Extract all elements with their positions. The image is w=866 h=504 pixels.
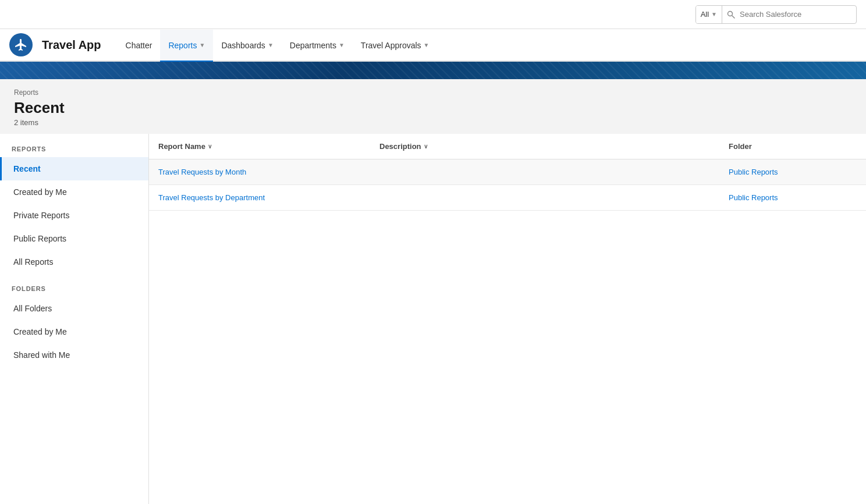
- nav-bar: Travel App Chatter Reports ▼ Dashboards …: [0, 29, 866, 62]
- report-name-link-0[interactable]: Travel Requests by Month: [158, 168, 246, 176]
- sidebar-item-all-folders[interactable]: All Folders: [0, 297, 148, 320]
- travel-approvals-chevron-icon: ▼: [424, 42, 430, 48]
- nav-item-travel-approvals[interactable]: Travel Approvals ▼: [353, 30, 438, 62]
- report-name-link-1[interactable]: Travel Requests by Department: [158, 193, 265, 202]
- cell-folder-1: Public Reports: [729, 193, 857, 202]
- app-title: Travel App: [42, 38, 101, 52]
- table-area: Report Name ∨ Description ∨ Folder Trave…: [149, 134, 866, 504]
- sidebar-item-created-by-me[interactable]: Created by Me: [0, 180, 148, 204]
- table-row: Travel Requests by Month Public Reports: [149, 159, 866, 185]
- sidebar-label-private-reports: Private Reports: [13, 211, 69, 220]
- col-label-description: Description: [379, 142, 421, 151]
- col-header-description[interactable]: Description ∨: [379, 142, 729, 151]
- sidebar: REPORTS Recent Created by Me Private Rep…: [0, 134, 149, 504]
- sidebar-label-all-folders: All Folders: [13, 304, 52, 313]
- cell-report-name-1: Travel Requests by Department: [158, 193, 379, 202]
- sidebar-item-all-reports[interactable]: All Reports: [0, 250, 148, 274]
- nav-item-reports[interactable]: Reports ▼: [160, 30, 213, 62]
- folder-link-1[interactable]: Public Reports: [729, 193, 778, 202]
- search-icon: [722, 10, 740, 19]
- reports-section-label: REPORTS: [0, 134, 148, 157]
- sidebar-label-all-reports: All Reports: [13, 257, 53, 267]
- departments-chevron-icon: ▼: [339, 42, 345, 48]
- page-header: Reports Recent 2 items: [0, 79, 866, 134]
- nav-label-chatter: Chatter: [126, 41, 152, 50]
- nav-item-chatter[interactable]: Chatter: [118, 30, 161, 62]
- sidebar-label-recent: Recent: [13, 164, 41, 173]
- sidebar-item-shared-with-me[interactable]: Shared with Me: [0, 343, 148, 367]
- table-row: Travel Requests by Department Public Rep…: [149, 185, 866, 211]
- folders-section-label: FOLDERS: [0, 274, 148, 297]
- sidebar-item-recent[interactable]: Recent: [0, 157, 148, 180]
- sidebar-item-public-reports[interactable]: Public Reports: [0, 227, 148, 250]
- nav-label-dashboards: Dashboards: [221, 41, 265, 50]
- nav-item-departments[interactable]: Departments ▼: [282, 30, 353, 62]
- search-all-label: All: [701, 10, 709, 19]
- col-header-report-name[interactable]: Report Name ∨: [158, 142, 379, 151]
- app-logo: [9, 33, 33, 56]
- sidebar-label-created-by-me-folder: Created by Me: [13, 327, 67, 336]
- cell-report-name-0: Travel Requests by Month: [158, 168, 379, 176]
- sort-report-name-icon: ∨: [208, 143, 212, 150]
- search-input[interactable]: [740, 10, 856, 19]
- table-header: Report Name ∨ Description ∨ Folder: [149, 134, 866, 159]
- sidebar-label-created-by-me: Created by Me: [13, 187, 67, 197]
- breadcrumb: Reports: [14, 88, 852, 97]
- sidebar-label-public-reports: Public Reports: [13, 234, 66, 243]
- dashboards-chevron-icon: ▼: [268, 42, 274, 48]
- folder-link-0[interactable]: Public Reports: [729, 168, 778, 176]
- svg-point-0: [728, 11, 733, 16]
- main-layout: REPORTS Recent Created by Me Private Rep…: [0, 134, 866, 504]
- sidebar-item-created-by-me-folder[interactable]: Created by Me: [0, 320, 148, 343]
- nav-label-departments: Departments: [290, 41, 336, 50]
- sort-description-icon: ∨: [424, 143, 428, 150]
- top-bar: All ▼: [0, 0, 866, 29]
- search-all-chevron: ▼: [711, 11, 717, 17]
- nav-label-travel-approvals: Travel Approvals: [361, 41, 421, 50]
- page-title: Recent: [14, 99, 852, 117]
- nav-label-reports: Reports: [168, 41, 197, 50]
- svg-line-1: [732, 16, 734, 18]
- reports-chevron-icon: ▼: [199, 42, 205, 48]
- sidebar-item-private-reports[interactable]: Private Reports: [0, 204, 148, 227]
- sidebar-label-shared-with-me: Shared with Me: [13, 350, 70, 360]
- nav-item-dashboards[interactable]: Dashboards ▼: [213, 30, 281, 62]
- col-header-folder: Folder: [729, 142, 857, 151]
- search-area[interactable]: All ▼: [695, 5, 857, 24]
- cell-folder-0: Public Reports: [729, 168, 857, 176]
- search-all-button[interactable]: All ▼: [696, 6, 722, 23]
- item-count: 2 items: [14, 118, 852, 127]
- banner: [0, 62, 866, 79]
- col-label-folder: Folder: [729, 142, 752, 151]
- col-label-report-name: Report Name: [158, 142, 205, 151]
